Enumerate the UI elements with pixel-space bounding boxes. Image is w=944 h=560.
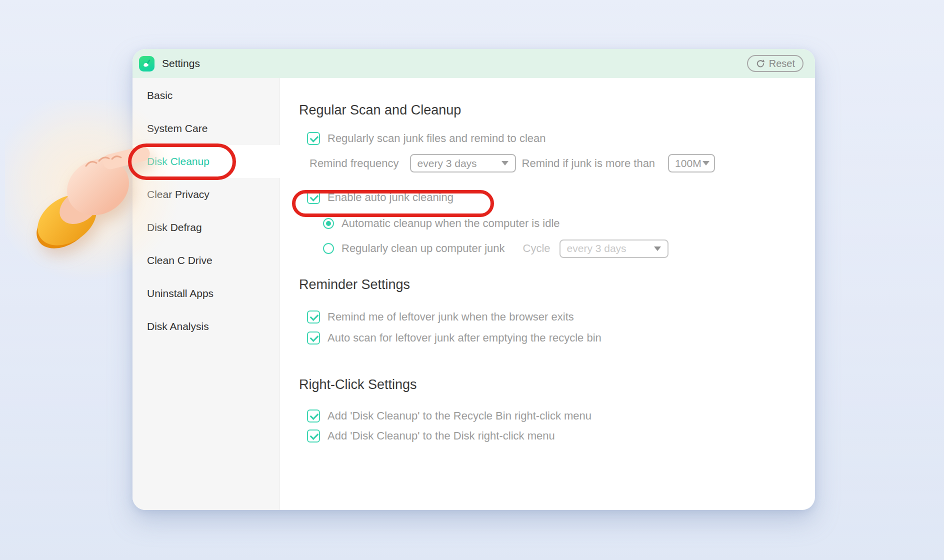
enable-auto-junk-checkbox[interactable] <box>307 191 320 204</box>
settings-window: Settings Reset Basic System Care Disk Cl… <box>132 49 815 510</box>
sidebar-item-label: Basic <box>147 90 172 102</box>
recycle-bin-menu-row: Add 'Disk Cleanup' to the Recycle Bin ri… <box>307 410 815 422</box>
regularly-clean-radio[interactable] <box>323 243 334 254</box>
scan-junk-label: Regularly scan junk files and remind to … <box>328 132 546 145</box>
sidebar-item-disk-defrag[interactable]: Disk Defrag <box>132 211 280 244</box>
disk-menu-checkbox[interactable] <box>307 430 320 442</box>
disk-menu-row: Add 'Disk Cleanup' to the Disk right-cli… <box>307 430 815 442</box>
recycle-bin-scan-label: Auto scan for leftover junk after emptyi… <box>328 332 602 344</box>
main-content: Regular Scan and Cleanup Regularly scan … <box>280 78 815 510</box>
knuckle-crease <box>99 158 109 161</box>
sidebar-item-label: Disk Defrag <box>147 222 202 234</box>
junk-threshold-label: Remind if junk is more than <box>522 157 656 170</box>
sidebar-item-disk-cleanup[interactable]: Disk Cleanup <box>132 145 280 178</box>
junk-threshold-dropdown[interactable]: 100M <box>668 154 715 172</box>
sidebar-item-label: Clean C Drive <box>147 254 212 266</box>
remind-frequency-dropdown[interactable]: every 3 days <box>410 154 516 172</box>
section-title-regular-scan: Regular Scan and Cleanup <box>299 101 815 119</box>
auto-cleanup-idle-row: Automatic cleanup when the computer is i… <box>323 214 815 234</box>
window-body: Basic System Care Disk Cleanup Clear Pri… <box>132 78 815 510</box>
chevron-down-icon <box>502 161 508 166</box>
chevron-down-icon <box>702 161 710 166</box>
scan-junk-row: Regularly scan junk files and remind to … <box>307 132 815 145</box>
sidebar-item-disk-analysis[interactable]: Disk Analysis <box>132 310 280 343</box>
reset-button[interactable]: Reset <box>747 55 804 72</box>
disk-menu-label: Add 'Disk Cleanup' to the Disk right-cli… <box>328 430 555 442</box>
reset-label: Reset <box>769 58 795 70</box>
sidebar-item-label: System Care <box>147 122 208 134</box>
sleeve-cuff <box>28 184 106 250</box>
cycle-dropdown[interactable]: every 3 days <box>560 240 668 258</box>
enable-auto-junk-label: Enable auto junk cleaning <box>328 191 454 204</box>
section-title-right-click: Right-Click Settings <box>299 376 815 394</box>
recycle-bin-menu-label: Add 'Disk Cleanup' to the Recycle Bin ri… <box>328 410 592 422</box>
scan-junk-checkbox[interactable] <box>307 132 320 145</box>
sidebar-item-uninstall-apps[interactable]: Uninstall Apps <box>132 277 280 310</box>
cuff-shadow <box>28 192 100 250</box>
sidebar-item-clean-c-drive[interactable]: Clean C Drive <box>132 244 280 277</box>
recycle-bin-scan-checkbox[interactable] <box>307 332 320 344</box>
sidebar-item-system-care[interactable]: System Care <box>132 112 280 145</box>
browser-exit-remind-checkbox[interactable] <box>307 310 320 324</box>
titlebar: Settings Reset <box>132 49 815 78</box>
browser-exit-remind-row: Remind me of leftover junk when the brow… <box>307 310 815 324</box>
sidebar-item-label: Clear Privacy <box>147 188 210 200</box>
junk-threshold-value: 100M <box>675 158 702 170</box>
wrist <box>53 183 104 231</box>
sidebar: Basic System Care Disk Cleanup Clear Pri… <box>132 78 280 510</box>
sidebar-item-label: Disk Cleanup <box>147 156 210 168</box>
auto-cleanup-idle-radio[interactable] <box>323 218 334 229</box>
app-broom-icon <box>139 56 154 72</box>
auto-cleanup-idle-label: Automatic cleanup when the computer is i… <box>342 217 560 230</box>
window-title: Settings <box>162 58 200 70</box>
section-title-reminder: Reminder Settings <box>299 276 815 294</box>
remind-frequency-row: Remind frequency every 3 days Remind if … <box>310 154 815 172</box>
remind-frequency-label: Remind frequency <box>310 157 399 170</box>
knuckle-crease <box>112 156 121 159</box>
reset-refresh-icon <box>756 58 766 68</box>
regularly-clean-label: Regularly clean up computer junk <box>342 242 505 255</box>
browser-exit-remind-label: Remind me of leftover junk when the brow… <box>328 310 574 324</box>
cycle-value: every 3 days <box>567 242 626 254</box>
sidebar-item-label: Disk Analysis <box>147 320 209 332</box>
chevron-down-icon <box>654 246 661 251</box>
enable-auto-junk-row: Enable auto junk cleaning <box>307 184 815 210</box>
sidebar-item-basic[interactable]: Basic <box>132 79 280 112</box>
recycle-bin-menu-checkbox[interactable] <box>307 410 320 422</box>
recycle-bin-scan-row: Auto scan for leftover junk after emptyi… <box>307 332 815 344</box>
fist <box>57 148 139 226</box>
cycle-label: Cycle <box>523 242 550 255</box>
regularly-clean-row: Regularly clean up computer junk Cycle e… <box>323 238 815 260</box>
remind-frequency-value: every 3 days <box>418 158 477 170</box>
sidebar-item-clear-privacy[interactable]: Clear Privacy <box>132 178 280 211</box>
broom-icon <box>142 58 152 69</box>
sidebar-item-label: Uninstall Apps <box>147 288 214 300</box>
knuckle-crease <box>86 162 96 166</box>
